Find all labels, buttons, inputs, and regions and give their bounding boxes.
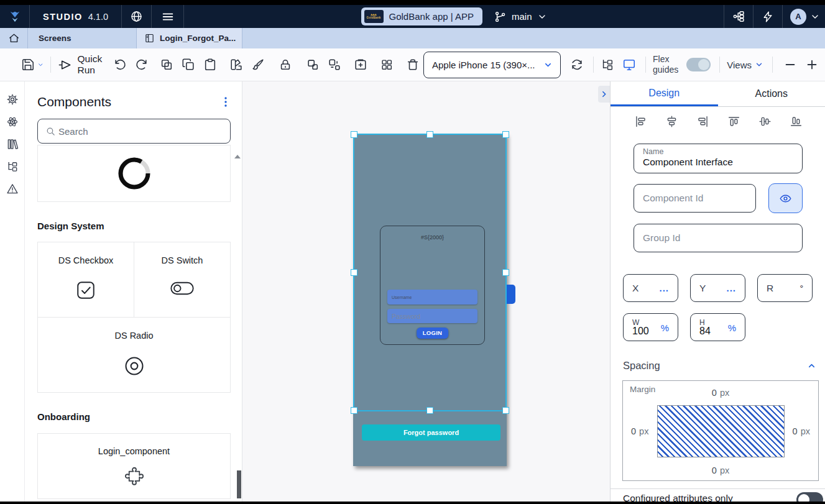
undo-button[interactable] <box>113 58 127 71</box>
width-value[interactable]: 100 <box>632 326 649 337</box>
width-unit[interactable]: % <box>661 323 669 333</box>
device-selector[interactable]: Apple iPhone 15 (390×... <box>423 52 561 78</box>
password-field-mock[interactable]: Password <box>387 309 477 323</box>
warning-icon[interactable] <box>6 183 19 195</box>
phone-screen-mockup[interactable]: #S{2000} Username Password LOGIN Forgot … <box>353 134 507 466</box>
search-input[interactable] <box>58 126 223 137</box>
x-position-field[interactable]: X ... <box>623 274 678 302</box>
component-ds-checkbox[interactable]: DS Checkbox <box>38 242 134 317</box>
integrations-button[interactable] <box>724 5 753 28</box>
save-button[interactable] <box>21 58 35 71</box>
tab-screens[interactable]: Screens <box>28 28 137 48</box>
y-position-field[interactable]: Y ... <box>690 274 745 302</box>
login-button-mock[interactable]: LOGIN <box>417 328 449 339</box>
component-id-input[interactable] <box>634 184 756 213</box>
configured-attributes-toggle[interactable] <box>796 492 823 502</box>
align-left-icon[interactable] <box>634 115 647 128</box>
duplicate-button[interactable] <box>160 58 173 71</box>
height-field[interactable]: H 84 % <box>690 313 745 341</box>
name-field[interactable]: Name Component Interface <box>634 144 803 173</box>
align-top-icon[interactable] <box>727 115 740 128</box>
product-version: 4.1.0 <box>88 12 108 22</box>
group-button[interactable] <box>306 58 320 71</box>
forgot-password-button-mock[interactable]: Forgot password <box>362 424 500 441</box>
height-value[interactable]: 84 <box>699 326 711 337</box>
save-options-chevron-icon[interactable] <box>37 62 44 71</box>
lock-button[interactable] <box>279 58 292 71</box>
align-right-icon[interactable] <box>696 115 709 128</box>
tab-label: Screens <box>39 34 71 43</box>
align-bottom-icon[interactable] <box>790 115 803 128</box>
inspector-tabs: Design Actions <box>611 81 825 107</box>
library-icon[interactable] <box>6 138 19 150</box>
group-id-input[interactable] <box>634 224 803 252</box>
name-field-value[interactable]: Component Interface <box>643 157 793 168</box>
app-frame: STUDIO 4.1.0 GoldBank GoldBank app | APP… <box>0 5 825 502</box>
components-grid-button[interactable] <box>380 58 394 71</box>
paste-button[interactable] <box>203 58 217 71</box>
home-icon <box>8 32 20 44</box>
theme-swatches-button[interactable] <box>229 58 243 71</box>
copy-button[interactable] <box>182 58 195 71</box>
login-form-panel[interactable]: #S{2000} Username Password LOGIN <box>380 226 485 345</box>
atom-icon[interactable] <box>6 116 19 128</box>
brush-button[interactable] <box>251 58 265 71</box>
settings-gear-icon[interactable] <box>6 93 19 106</box>
selection-side-grab-handle[interactable] <box>507 285 515 304</box>
hierarchy-tree-icon[interactable] <box>6 160 19 173</box>
align-center-horizontal-icon[interactable] <box>665 115 678 128</box>
kebab-menu-icon[interactable] <box>221 96 231 108</box>
margin-bottom-value[interactable]: 0px <box>623 465 818 475</box>
refresh-button[interactable] <box>570 58 584 71</box>
visibility-toggle-button[interactable] <box>768 183 803 213</box>
redo-button[interactable] <box>135 58 149 71</box>
tab-login-forgot-page[interactable]: Login_Forgot_Pa... <box>137 28 242 48</box>
margin-right-value[interactable]: 0px <box>793 426 810 436</box>
avatar[interactable]: A <box>790 9 806 25</box>
main-menu-button[interactable] <box>152 5 184 28</box>
ungroup-button[interactable] <box>328 58 341 71</box>
zoom-in-button[interactable] <box>805 58 819 71</box>
desktop-preview-button[interactable] <box>622 58 636 71</box>
views-dropdown[interactable]: Views <box>727 60 763 70</box>
component-label: Login_component <box>98 446 170 456</box>
branch-selector[interactable]: main <box>494 5 547 28</box>
play-icon <box>58 58 72 72</box>
margin-top-value[interactable]: 0px <box>623 388 818 398</box>
delete-button[interactable] <box>406 58 420 71</box>
component-preview-spinner[interactable] <box>37 145 231 202</box>
eye-icon <box>779 192 792 205</box>
y-value: ... <box>726 283 736 293</box>
component-ds-radio[interactable]: DS Radio <box>38 317 230 392</box>
zoom-out-button[interactable] <box>783 58 797 71</box>
scroll-up-arrow[interactable] <box>234 155 241 158</box>
home-tab[interactable] <box>0 28 28 48</box>
current-app-selector[interactable]: GoldBank GoldBank app | APP <box>361 7 483 25</box>
margin-left-value[interactable]: 0px <box>631 426 648 436</box>
collapse-inspector-chevron-icon[interactable] <box>598 86 610 103</box>
spinner-icon <box>116 155 152 191</box>
puzzle-icon <box>123 465 145 488</box>
margin-editor[interactable]: Margin 0px 0px 0px 0px <box>622 380 819 481</box>
add-frame-button[interactable] <box>354 58 367 71</box>
design-canvas[interactable]: #S{2000} Username Password LOGIN Forgot … <box>242 81 610 502</box>
spacing-collapse-chevron-up-icon[interactable] <box>807 361 816 370</box>
quick-actions-button[interactable] <box>754 5 782 28</box>
rotation-unit: ° <box>800 283 803 293</box>
rotation-field[interactable]: R ° <box>757 274 813 302</box>
flex-guides-toggle[interactable] <box>686 58 711 71</box>
align-center-vertical-icon[interactable] <box>758 115 772 128</box>
layer-tree-button[interactable] <box>601 58 614 71</box>
height-unit[interactable]: % <box>728 323 736 333</box>
language-button[interactable] <box>122 5 152 28</box>
username-field-mock[interactable]: Username <box>387 290 477 305</box>
account-chevron-down-icon[interactable] <box>810 12 820 22</box>
component-ds-switch[interactable]: DS Switch <box>134 242 230 317</box>
quick-run-button[interactable]: Quick Run <box>58 53 103 76</box>
panel-scrollbar-thumb[interactable] <box>237 470 241 498</box>
tab-actions[interactable]: Actions <box>718 81 825 106</box>
component-login-component[interactable]: Login_component <box>37 433 231 499</box>
tab-design[interactable]: Design <box>611 81 718 106</box>
studio-logo[interactable] <box>0 5 30 28</box>
width-field[interactable]: W 100 % <box>623 313 678 341</box>
